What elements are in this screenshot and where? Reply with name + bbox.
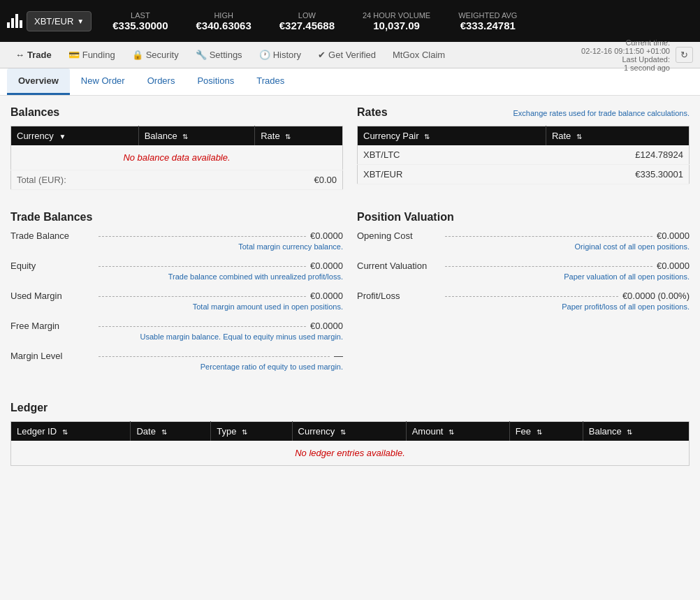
sort-icon: ⇅ bbox=[285, 133, 291, 140]
nav-link-label: Security bbox=[146, 50, 179, 60]
nav-link-mtgox-claim[interactable]: MtGox Claim bbox=[384, 44, 453, 66]
sort-icon: ▼ bbox=[59, 133, 66, 140]
rates-col-pair[interactable]: Currency Pair ⇅ bbox=[358, 126, 546, 146]
pair-selector-button[interactable]: XBT/EUR ▼ bbox=[27, 11, 92, 31]
trade-section: Trade Balances Trade Balance €0.0000 Tot… bbox=[10, 211, 690, 381]
balances-section: Balances Currency ▼ Balance ⇅ Rate bbox=[10, 106, 343, 190]
ledger-col-currency[interactable]: Currency ⇅ bbox=[292, 422, 406, 441]
nav-icon: 💳 bbox=[68, 50, 80, 60]
rates-col-rate[interactable]: Rate ⇅ bbox=[546, 126, 689, 146]
nav-icon: 🔧 bbox=[196, 50, 207, 60]
ticker-stat-label: HIGH bbox=[196, 11, 251, 20]
metric-sub: Paper profit/loss of all open positions. bbox=[357, 302, 690, 311]
ticker-stat: WEIGHTED AVG €333.24781 bbox=[458, 11, 517, 31]
nav-time: Current time: 02-12-16 09:11:50 +01:00 L… bbox=[578, 38, 670, 72]
rates-section: Rates Exchange rates used for trade bala… bbox=[357, 106, 690, 190]
nav-bar: ↔ Trade💳 Funding🔒 Security🔧 Settings🕐 Hi… bbox=[0, 42, 700, 68]
nav-link-security[interactable]: 🔒 Security bbox=[124, 44, 187, 66]
refresh-button[interactable]: ↻ bbox=[676, 47, 693, 63]
sort-icon: ⇅ bbox=[627, 428, 632, 436]
balances-rates-row: Balances Currency ▼ Balance ⇅ Rate bbox=[10, 106, 690, 190]
no-ledger-row: No ledger entries available. bbox=[11, 441, 690, 466]
position-valuation-item: Current Valuation €0.0000 Paper valuatio… bbox=[357, 261, 690, 281]
ledger-table: Ledger ID ⇅Date ⇅Type ⇅Currency ⇅Amount … bbox=[10, 421, 690, 466]
metric-name: Current Valuation bbox=[357, 261, 441, 271]
last-updated-value: 1 second ago bbox=[581, 64, 670, 72]
metric-name: Free Margin bbox=[10, 321, 94, 331]
ticker-stat: HIGH €340.63063 bbox=[196, 11, 251, 31]
sub-tab-trades[interactable]: Trades bbox=[245, 68, 296, 95]
sort-icon: ⇅ bbox=[62, 428, 68, 436]
current-time-label: Current time: bbox=[578, 38, 670, 47]
metric-value: — bbox=[334, 351, 343, 361]
metric-name: Margin Level bbox=[10, 351, 94, 361]
trade-balance-item: Free Margin €0.0000 Usable margin balanc… bbox=[10, 321, 343, 341]
ledger-col-fee[interactable]: Fee ⇅ bbox=[509, 422, 583, 441]
trade-balance-item: Margin Level — Percentage ratio of equit… bbox=[10, 351, 343, 371]
nav-link-history[interactable]: 🕐 History bbox=[251, 44, 309, 66]
ticker-stat-label: LOW bbox=[279, 11, 335, 20]
logo-icon bbox=[7, 14, 22, 28]
ledger-col-type[interactable]: Type ⇅ bbox=[211, 422, 292, 441]
position-valuation-col: Position Valuation Opening Cost €0.0000 … bbox=[357, 211, 690, 381]
sort-icon: ⇅ bbox=[340, 428, 346, 436]
ledger-col-date[interactable]: Date ⇅ bbox=[131, 422, 211, 441]
sub-tab-overview[interactable]: Overview bbox=[7, 68, 70, 95]
sort-icon: ⇅ bbox=[424, 133, 430, 140]
metric-name: Used Margin bbox=[10, 291, 94, 301]
nav-icon: ↔ bbox=[15, 50, 24, 60]
ticker-stat: LAST €335.30000 bbox=[112, 11, 168, 31]
ticker-stat-value: €340.63063 bbox=[196, 20, 251, 31]
nav-icon: 🔒 bbox=[132, 50, 143, 60]
nav-link-funding[interactable]: 💳 Funding bbox=[60, 44, 124, 66]
metric-value: €0.0000 bbox=[310, 261, 343, 271]
metric-dots bbox=[445, 266, 652, 267]
rates-row: XBT/EUR €335.30001 bbox=[358, 165, 690, 184]
sub-tab-new-order[interactable]: New Order bbox=[70, 68, 136, 95]
trade-balance-item: Trade Balance €0.0000 Total margin curre… bbox=[10, 231, 343, 251]
nav-link-trade[interactable]: ↔ Trade bbox=[7, 44, 60, 66]
metric-dots bbox=[99, 266, 306, 267]
balances-title: Balances bbox=[10, 106, 343, 119]
last-updated-label: Last Updated: bbox=[578, 55, 670, 64]
ticker-stat: LOW €327.45688 bbox=[279, 11, 335, 31]
trade-balances-col: Trade Balances Trade Balance €0.0000 Tot… bbox=[10, 211, 343, 381]
ledger-col-balance[interactable]: Balance ⇅ bbox=[583, 422, 689, 441]
rates-rate: £124.78924 bbox=[546, 145, 689, 165]
ticker-stat-value: 10,037.09 bbox=[363, 20, 430, 31]
nav-links: ↔ Trade💳 Funding🔒 Security🔧 Settings🕐 Hi… bbox=[7, 44, 453, 66]
metric-dots bbox=[445, 296, 618, 297]
trade-balance-item: Equity €0.0000 Trade balance combined wi… bbox=[10, 261, 343, 281]
nav-link-get-verified[interactable]: ✔ Get Verified bbox=[309, 44, 384, 66]
sub-nav: OverviewNew OrderOrdersPositionsTrades bbox=[0, 68, 700, 96]
sub-tab-positions[interactable]: Positions bbox=[186, 68, 245, 95]
pair-label: XBT/EUR bbox=[34, 16, 73, 27]
sort-icon: ⇅ bbox=[242, 428, 247, 436]
ledger-col-amount[interactable]: Amount ⇅ bbox=[406, 422, 509, 441]
ledger-col-ledger-id[interactable]: Ledger ID ⇅ bbox=[11, 422, 131, 441]
metric-sub: Original cost of all open positions. bbox=[357, 242, 690, 251]
metric-value: €0.0000 bbox=[657, 231, 690, 241]
sort-icon: ⇅ bbox=[161, 428, 167, 436]
balances-table: Currency ▼ Balance ⇅ Rate ⇅ bbox=[10, 126, 343, 190]
nav-link-label: History bbox=[273, 50, 301, 60]
nav-link-settings[interactable]: 🔧 Settings bbox=[187, 44, 251, 66]
ledger-section: Ledger Ledger ID ⇅Date ⇅Type ⇅Currency ⇅… bbox=[10, 402, 690, 466]
balances-col-rate[interactable]: Rate ⇅ bbox=[255, 126, 343, 146]
metric-dots bbox=[99, 326, 306, 327]
metric-name: Trade Balance bbox=[10, 231, 94, 241]
metric-sub: Usable margin balance. Equal to equity m… bbox=[10, 332, 343, 341]
position-valuation-title: Position Valuation bbox=[357, 211, 690, 224]
trade-balance-item: Used Margin €0.0000 Total margin amount … bbox=[10, 291, 343, 311]
balances-col-balance[interactable]: Balance ⇅ bbox=[138, 126, 255, 146]
total-label: Total (EUR): bbox=[11, 170, 139, 190]
rates-title: Rates bbox=[357, 106, 388, 119]
nav-right: Current time: 02-12-16 09:11:50 +01:00 L… bbox=[578, 38, 693, 72]
no-balance-row: No balance data available. bbox=[11, 145, 343, 170]
nav-link-label: Funding bbox=[82, 50, 115, 60]
nav-link-label: Settings bbox=[210, 50, 242, 60]
sub-tab-orders[interactable]: Orders bbox=[136, 68, 187, 95]
balances-col-currency[interactable]: Currency ▼ bbox=[11, 126, 139, 146]
ticker-stat-value: €335.30000 bbox=[112, 20, 168, 31]
sort-icon: ⇅ bbox=[449, 428, 454, 436]
